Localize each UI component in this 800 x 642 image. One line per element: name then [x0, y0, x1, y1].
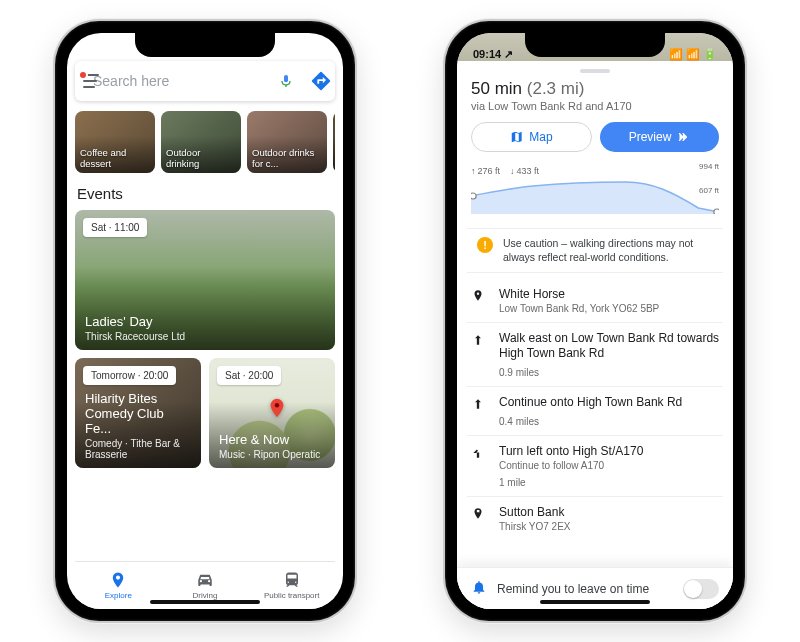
event-card[interactable]: Sat · 20:00 Here & Now Music · Ripon Ope…: [209, 358, 335, 468]
pin-icon: [469, 287, 487, 314]
category-chip[interactable]: Dog bars: [333, 111, 335, 173]
notification-badge: [78, 70, 88, 80]
preview-button-label: Preview: [629, 130, 672, 144]
step-sub: Low Town Bank Rd, York YO62 5BP: [499, 303, 721, 314]
chip-label: Coffee and dessert: [80, 148, 150, 169]
category-chip[interactable]: Outdoor drinking: [161, 111, 241, 173]
warning-icon: !: [477, 237, 493, 253]
directions-screen: 09:14 ↗ 📶 📶 🔋 50 min (2.3 mi) via Low To…: [457, 33, 733, 609]
step-distance: 0.9 miles: [499, 367, 721, 378]
tab-label: Driving: [193, 591, 218, 600]
phone-left: Coffee and dessert Outdoor drinking Outd…: [55, 21, 355, 621]
step-title: Sutton Bank: [499, 505, 721, 520]
tab-label: Explore: [105, 591, 132, 600]
step-item[interactable]: White Horse Low Town Bank Rd, York YO62 …: [467, 279, 723, 323]
step-sub: Continue to follow A170: [499, 460, 721, 471]
route-via: via Low Town Bank Rd and A170: [471, 100, 719, 112]
sheet-grabber[interactable]: [580, 69, 610, 73]
category-chip[interactable]: Outdoor drinks for c...: [247, 111, 327, 173]
step-item[interactable]: Continue onto High Town Bank Rd 0.4 mile…: [467, 387, 723, 436]
event-time-badge: Sat · 11:00: [83, 218, 147, 237]
event-title: Here & Now: [219, 433, 325, 448]
wifi-icon: 📶: [686, 48, 700, 61]
event-subtitle: Music · Ripon Operatic: [219, 449, 325, 460]
search-bar[interactable]: [75, 61, 335, 101]
notch: [135, 33, 275, 57]
step-item[interactable]: Sutton Bank Thirsk YO7 2EX: [467, 497, 723, 540]
status-time: 09:14 ↗: [473, 48, 513, 61]
step-title: Walk east on Low Town Bank Rd towards Hi…: [499, 331, 721, 361]
map-pin-icon: [266, 397, 288, 423]
event-time-badge: Sat · 20:00: [217, 366, 281, 385]
category-chip[interactable]: Coffee and dessert: [75, 111, 155, 173]
map-button[interactable]: Map: [471, 122, 592, 152]
event-title: Ladies' Day: [85, 315, 325, 330]
tab-label: Public transport: [264, 591, 320, 600]
arrow-up-icon: [469, 395, 487, 427]
elev-max: 994 ft: [699, 162, 719, 172]
steps-list: White Horse Low Town Bank Rd, York YO62 …: [457, 279, 733, 567]
events-header: Events: [77, 185, 333, 202]
chip-label: Outdoor drinking: [166, 148, 236, 169]
elev-down: ↓ 433 ft: [510, 166, 539, 176]
tab-public-transport[interactable]: Public transport: [248, 562, 335, 609]
svg-point-1: [471, 193, 476, 199]
step-title: Turn left onto High St/A170: [499, 444, 721, 459]
home-indicator: [150, 600, 260, 604]
elevation-chart: [471, 178, 719, 214]
signal-icon: 📶: [669, 48, 683, 61]
step-sub: Thirsk YO7 2EX: [499, 521, 721, 532]
home-indicator: [540, 600, 650, 604]
event-card[interactable]: Tomorrow · 20:00 Hilarity Bites Comedy C…: [75, 358, 201, 468]
category-chips-row: Coffee and dessert Outdoor drinking Outd…: [75, 111, 335, 173]
caution-banner: ! Use caution – walking directions may n…: [467, 228, 723, 273]
mic-icon[interactable]: [278, 73, 294, 89]
route-distance: (2.3 mi): [527, 79, 585, 98]
route-duration: 50 min: [471, 79, 522, 98]
elev-up: ↑ 276 ft: [471, 166, 500, 176]
step-distance: 1 mile: [499, 477, 721, 488]
route-summary: 50 min (2.3 mi) via Low Town Bank Rd and…: [457, 61, 733, 162]
elevation-panel: ↑ 276 ft ↓ 433 ft 994 ft 607 ft: [457, 162, 733, 222]
event-time-badge: Tomorrow · 20:00: [83, 366, 176, 385]
arrow-up-icon: [469, 331, 487, 378]
step-distance: 0.4 miles: [499, 416, 721, 427]
reminder-text: Remind you to leave on time: [497, 582, 649, 596]
step-item[interactable]: Walk east on Low Town Bank Rd towards Hi…: [467, 323, 723, 387]
phone-right: 09:14 ↗ 📶 📶 🔋 50 min (2.3 mi) via Low To…: [445, 21, 745, 621]
notch: [525, 33, 665, 57]
elev-min: 607 ft: [699, 186, 719, 196]
maps-explore-screen: Coffee and dessert Outdoor drinking Outd…: [67, 33, 343, 609]
event-title: Hilarity Bites Comedy Club Fe...: [85, 392, 191, 437]
bell-icon: [471, 579, 487, 598]
turn-left-icon: [469, 444, 487, 488]
search-input[interactable]: [91, 72, 270, 90]
preview-button[interactable]: Preview: [600, 122, 719, 152]
tab-explore[interactable]: Explore: [75, 562, 162, 609]
destination-flag-icon: [469, 505, 487, 532]
step-title: Continue onto High Town Bank Rd: [499, 395, 721, 410]
event-subtitle: Comedy · Tithe Bar & Brasserie: [85, 438, 191, 460]
step-item[interactable]: Turn left onto High St/A170 Continue to …: [467, 436, 723, 497]
caution-text: Use caution – walking directions may not…: [503, 237, 713, 264]
directions-icon[interactable]: [310, 68, 332, 94]
reminder-toggle[interactable]: [683, 579, 719, 599]
battery-icon: 🔋: [703, 48, 717, 61]
event-subtitle: Thirsk Racecourse Ltd: [85, 331, 325, 342]
map-button-label: Map: [529, 130, 552, 144]
chip-label: Outdoor drinks for c...: [252, 148, 322, 169]
svg-point-0: [274, 402, 279, 407]
step-title: White Horse: [499, 287, 721, 302]
event-card[interactable]: Sat · 11:00 Ladies' Day Thirsk Racecours…: [75, 210, 335, 350]
svg-point-2: [714, 209, 719, 214]
